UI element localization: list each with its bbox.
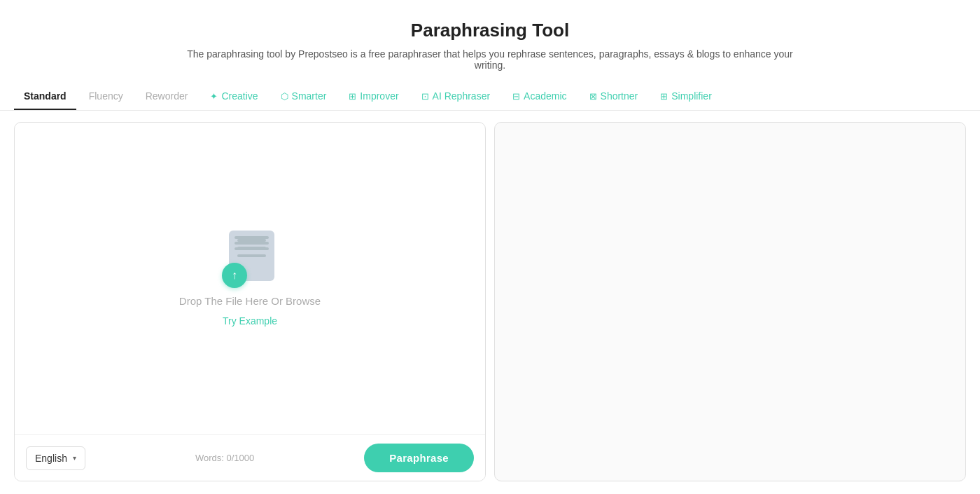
tab-simplifier-label: Simplifier	[671, 90, 712, 102]
tab-academic-label: Academic	[524, 90, 566, 102]
chevron-down-icon: ▾	[73, 454, 76, 462]
tabs-bar: Standard Fluency Reworder ✦ Creative ⬡ S…	[0, 83, 980, 111]
tab-creative-label: Creative	[221, 90, 258, 102]
upload-arrow-icon: ↑	[232, 270, 237, 281]
doc-line-2	[237, 247, 266, 249]
tab-ai-rephraser[interactable]: ⊡ AI Rephraser	[412, 83, 500, 110]
tab-improver[interactable]: ⊞ Improver	[339, 83, 408, 110]
tab-fluency-label: Fluency	[89, 90, 123, 102]
shortner-icon: ⊠	[589, 91, 597, 102]
drop-text: Drop The File Here Or Browse	[179, 295, 321, 307]
smarter-icon: ⬡	[281, 91, 288, 102]
ai-rephraser-icon: ⊡	[421, 91, 429, 102]
simplifier-icon: ⊞	[660, 91, 668, 102]
page-description: The paraphrasing tool by Prepostseo is a…	[175, 48, 805, 71]
main-area: ↑ Drop The File Here Or Browse Try Examp…	[0, 111, 980, 493]
document-lines	[237, 239, 266, 257]
tab-reworder-label: Reworder	[146, 90, 188, 102]
tab-reworder[interactable]: Reworder	[136, 83, 198, 110]
doc-line-3	[237, 254, 266, 257]
tab-improver-label: Improver	[360, 90, 398, 102]
doc-line-1	[237, 239, 266, 242]
tab-standard[interactable]: Standard	[14, 83, 76, 110]
upload-icon-wrapper: ↑	[218, 231, 281, 287]
tab-simplifier[interactable]: ⊞ Simplifier	[650, 83, 722, 110]
language-selector[interactable]: English ▾	[26, 446, 85, 470]
page-header: Paraphrasing Tool The paraphrasing tool …	[0, 0, 980, 83]
academic-icon: ⊟	[512, 91, 520, 102]
paraphrase-button[interactable]: Paraphrase	[364, 444, 474, 472]
try-example-link[interactable]: Try Example	[223, 315, 277, 327]
tab-standard-label: Standard	[24, 90, 66, 102]
tab-ai-rephraser-label: AI Rephraser	[433, 90, 490, 102]
panel-footer: English ▾ Words: 0/1000 Paraphrase	[15, 434, 485, 481]
upload-circle: ↑	[222, 263, 247, 288]
tab-academic[interactable]: ⊟ Academic	[503, 83, 576, 110]
input-panel: ↑ Drop The File Here Or Browse Try Examp…	[14, 122, 486, 481]
creative-icon: ✦	[210, 91, 218, 102]
drop-zone[interactable]: ↑ Drop The File Here Or Browse Try Examp…	[15, 123, 485, 434]
tab-shortner[interactable]: ⊠ Shortner	[580, 83, 648, 110]
word-count: Words: 0/1000	[195, 453, 254, 463]
output-panel	[494, 122, 966, 481]
language-label: English	[35, 453, 67, 464]
tab-smarter[interactable]: ⬡ Smarter	[271, 83, 337, 110]
page-title: Paraphrasing Tool	[14, 20, 966, 41]
tab-fluency[interactable]: Fluency	[79, 83, 133, 110]
tab-smarter-label: Smarter	[292, 90, 327, 102]
improver-icon: ⊞	[349, 91, 356, 102]
tab-creative[interactable]: ✦ Creative	[200, 83, 267, 110]
tab-shortner-label: Shortner	[601, 90, 638, 102]
